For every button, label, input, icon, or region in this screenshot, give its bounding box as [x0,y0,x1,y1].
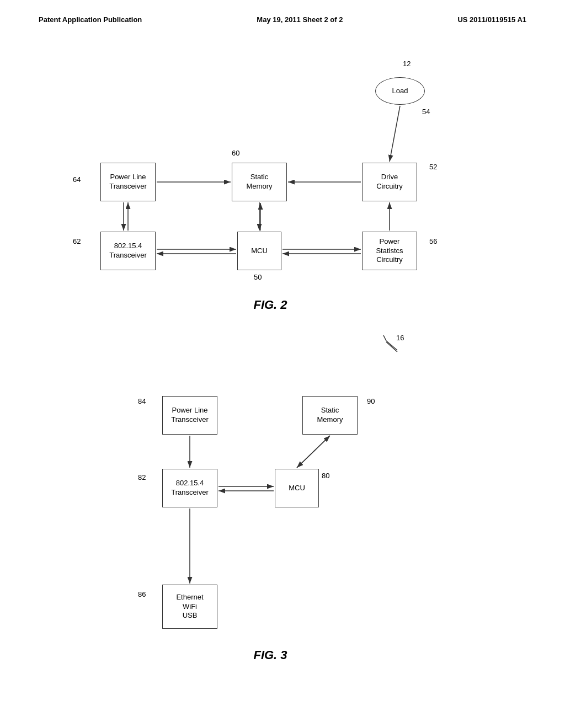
ref-82-label: 82 [138,473,146,481]
fig2-arrows [0,0,565,728]
mcu-box-fig2: MCU [237,232,281,270]
power-line-transceiver-box-fig2: Power Line Transceiver [100,163,156,201]
power-stats-box: Power Statistcs Circuitry [362,232,417,270]
static-memory-box-fig3: Static Memory [302,396,358,435]
fig3-caption: FIG. 3 [215,648,326,662]
page: Patent Application Publication May 19, 2… [0,0,565,728]
ieee-transceiver-box-fig2: 802.15.4 Transceiver [100,232,156,270]
ref-16-label: 16 [396,334,404,342]
ref-64-label: 64 [73,175,81,184]
svg-line-22 [386,342,397,352]
ieee-transceiver-box-fig3: 802.15.4 Transceiver [162,469,217,507]
fig2-caption: FIG. 2 [215,298,326,312]
ref-12-label: 12 [403,60,411,68]
load-box: Load [375,77,425,105]
header-left: Patent Application Publication [39,15,142,24]
ref-90-label: 90 [367,397,375,405]
power-line-transceiver-box-fig3: Power Line Transceiver [162,396,217,435]
ref-50-label: 50 [254,273,262,281]
svg-line-14 [386,341,397,350]
ref-56-label: 56 [429,237,437,245]
svg-line-15 [383,335,386,341]
svg-line-17 [297,436,330,468]
static-memory-box-fig2: Static Memory [232,163,287,201]
ref-86-label: 86 [138,590,146,598]
header-right: US 2011/0119515 A1 [457,15,526,24]
svg-line-16 [297,436,330,468]
header: Patent Application Publication May 19, 2… [0,0,565,24]
header-middle: May 19, 2011 Sheet 2 of 2 [257,15,343,24]
ref-84-label: 84 [138,397,146,405]
fig3-arrows [0,0,565,728]
svg-line-2 [390,106,400,162]
ref-60-label: 60 [232,149,239,157]
ref-62-label: 62 [73,237,81,245]
mcu-box-fig3: MCU [275,469,319,507]
ref-52-label: 52 [429,163,437,171]
ref-54-label: 54 [422,108,430,116]
ethernet-box: Ethernet WiFi USB [162,585,217,629]
drive-circuitry-box: Drive Circuitry [362,163,417,201]
ref-80-label: 80 [322,472,329,480]
